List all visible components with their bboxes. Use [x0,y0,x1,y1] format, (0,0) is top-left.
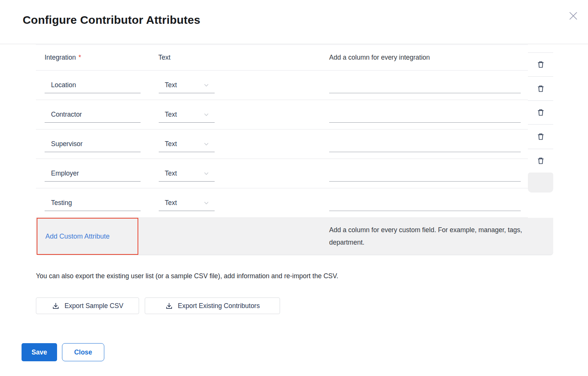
attribute-type-select[interactable]: Text [159,166,215,182]
table-row: Text [36,159,528,188]
type-select-value: Text [159,111,203,119]
attribute-name-input[interactable] [45,136,141,152]
export-sample-csv-label: Export Sample CSV [65,302,124,310]
attribute-column-input[interactable] [329,77,521,93]
attribute-type-select[interactable]: Text [159,136,215,152]
table-row: Text [36,71,528,100]
export-existing-contributors-button[interactable]: Export Existing Contributors [145,297,280,314]
chevron-down-icon [203,200,209,206]
delete-row-button[interactable] [528,100,553,124]
export-existing-contributors-label: Export Existing Contributors [178,302,260,310]
modal-header: Configure Contributor Attributes [0,0,588,44]
integration-label: Integration [45,54,76,62]
download-icon [52,302,60,310]
trash-icon [536,84,545,93]
type-select-value: Text [159,140,203,148]
close-button[interactable]: Close [62,343,104,361]
chevron-down-icon [203,141,209,147]
download-icon [165,302,173,310]
export-hint-text: You can also export the existing user li… [36,272,452,280]
attribute-column-input[interactable] [329,136,521,152]
attribute-type-select[interactable]: Text [159,195,215,211]
type-select-value: Text [159,170,203,177]
attribute-name-label: Integration * [45,45,81,70]
delete-row-button[interactable] [528,149,553,173]
table-row-integration: Integration * Text Add a column for ever… [36,45,528,71]
add-custom-attribute-link[interactable]: Add Custom Attribute [45,233,110,240]
trash-icon [536,156,545,165]
type-select-value: Text [159,81,203,89]
save-button[interactable]: Save [22,343,57,361]
attribute-name-input[interactable] [45,195,141,211]
table-row: Text [36,188,528,218]
table-row: Text [36,100,528,129]
attribute-type-select[interactable]: Text [159,77,215,93]
attribute-type-select[interactable]: Text [159,107,215,123]
close-icon [568,11,579,21]
page-title: Configure Contributor Attributes [23,14,200,26]
chevron-down-icon [203,82,209,88]
table-row: Text [36,129,528,159]
attribute-column-input[interactable] [329,166,521,181]
type-select-value: Text [159,199,203,207]
trash-icon [536,132,545,141]
trash-icon [536,108,545,117]
chevron-down-icon [203,171,209,177]
export-sample-csv-button[interactable]: Export Sample CSV [36,297,139,314]
add-custom-attribute-row: Add Custom Attribute Add a column for ev… [36,218,553,255]
delete-column-empty-cell [528,173,553,193]
trash-icon [536,60,545,69]
add-custom-attribute-highlight-box: Add Custom Attribute [37,218,138,255]
custom-attribute-description: Add a column for every custom field. For… [329,218,533,255]
delete-row-button[interactable] [528,52,553,76]
attribute-description-label: Add a column for every integration [329,45,430,70]
delete-row-button[interactable] [528,76,553,100]
attribute-type-label: Text [158,45,170,70]
attribute-column-input[interactable] [329,195,521,211]
delete-row-button[interactable] [528,124,553,149]
configure-contributor-attributes-modal: Configure Contributor Attributes Integra… [0,0,588,376]
required-asterisk: * [79,54,81,62]
attribute-name-input[interactable] [45,166,141,181]
chevron-down-icon [203,112,209,118]
attribute-name-input[interactable] [45,77,141,93]
modal-close-button[interactable] [568,10,579,22]
attribute-column-input[interactable] [329,107,521,122]
attributes-table: Integration * Text Add a column for ever… [36,45,553,255]
attribute-name-input[interactable] [45,107,141,122]
